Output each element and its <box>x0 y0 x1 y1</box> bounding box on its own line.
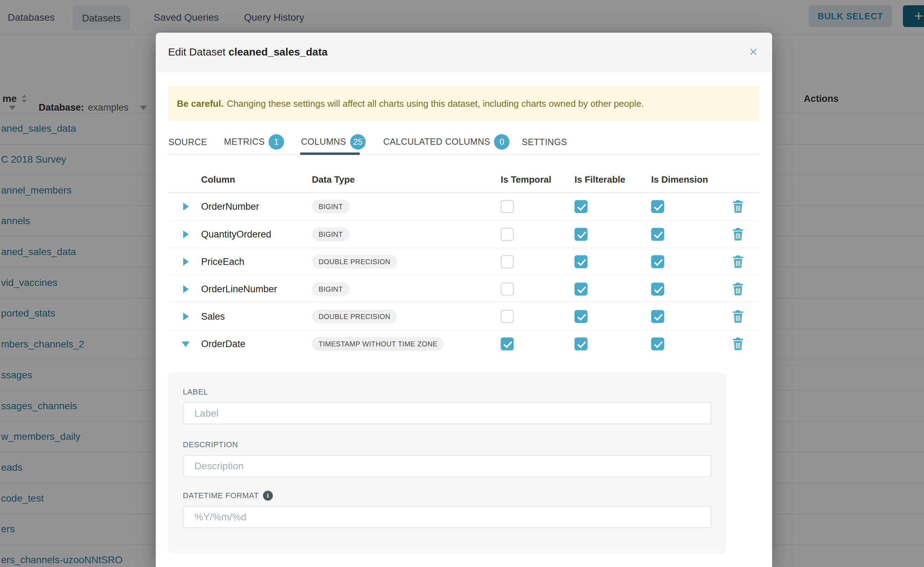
active-tab-underline <box>300 153 360 155</box>
modal-title-dataset-name: cleaned_sales_data <box>229 46 328 58</box>
tab-calculated-columns[interactable]: CALCULATED COLUMNS 0 <box>383 134 509 150</box>
is-temporal-checkbox[interactable] <box>501 228 514 241</box>
delete-column-icon[interactable] <box>732 228 743 241</box>
is-temporal-checkbox[interactable] <box>501 255 514 268</box>
expand-caret-icon[interactable] <box>181 256 192 267</box>
tab-metrics[interactable]: METRICS 1 <box>224 134 284 150</box>
is-temporal-checkbox[interactable] <box>501 310 514 323</box>
is-dimension-checkbox[interactable] <box>651 255 664 268</box>
label-field-label-text: LABEL <box>183 387 208 397</box>
is-filterable-checkbox[interactable] <box>575 228 587 241</box>
column-row: PriceEach DOUBLE PRECISION <box>169 248 759 275</box>
tab-settings[interactable]: SETTINGS <box>522 136 567 147</box>
is-dimension-checkbox[interactable] <box>651 310 664 323</box>
column-name: QuantityOrdered <box>201 229 271 240</box>
datetime-format-input[interactable] <box>183 506 712 528</box>
edit-dataset-modal: Edit Dataset cleaned_sales_data ✕ Be car… <box>156 33 772 567</box>
datetime-format-field-label: DATETIME FORMAT i <box>183 492 712 500</box>
data-type-pill: BIGINT <box>312 282 349 296</box>
column-name: OrderNumber <box>201 201 259 212</box>
is-dimension-checkbox[interactable] <box>651 228 664 241</box>
calculated-columns-count-badge: 0 <box>494 134 509 150</box>
label-field-label: LABEL <box>183 388 712 396</box>
warning-banner-bold: Be careful. <box>177 98 224 109</box>
is-filterable-header: Is Filterable <box>575 174 626 185</box>
tab-columns[interactable]: COLUMNS 25 <box>301 134 366 150</box>
is-temporal-checkbox[interactable] <box>501 282 514 296</box>
tab-metrics-label: METRICS <box>224 136 265 147</box>
is-temporal-checkbox[interactable] <box>501 200 514 213</box>
modal-title: Edit Dataset cleaned_sales_data <box>168 46 328 58</box>
close-icon[interactable]: ✕ <box>749 46 758 58</box>
columns-count-badge: 25 <box>350 134 366 150</box>
is-filterable-checkbox[interactable] <box>575 282 587 296</box>
column-header: Column <box>201 174 235 185</box>
is-filterable-checkbox[interactable] <box>575 337 587 350</box>
is-temporal-header: Is Temporal <box>501 174 551 185</box>
data-type-pill: BIGINT <box>312 200 349 214</box>
modal-title-prefix: Edit Dataset <box>168 46 226 58</box>
column-name: OrderDate <box>201 338 245 349</box>
info-icon[interactable]: i <box>263 491 273 501</box>
column-row: Sales DOUBLE PRECISION <box>169 303 759 330</box>
tab-calculated-columns-label: CALCULATED COLUMNS <box>383 136 490 147</box>
is-dimension-checkbox[interactable] <box>651 200 664 213</box>
data-type-pill: DOUBLE PRECISION <box>312 255 397 268</box>
expand-caret-icon[interactable] <box>181 229 192 240</box>
delete-column-icon[interactable] <box>732 200 743 213</box>
is-filterable-checkbox[interactable] <box>575 255 587 268</box>
delete-column-icon[interactable] <box>732 283 743 296</box>
metrics-count-badge: 1 <box>269 134 284 150</box>
column-row: QuantityOrdered BIGINT <box>169 220 759 248</box>
delete-column-icon[interactable] <box>732 310 743 323</box>
datetime-format-label-text: DATETIME FORMAT <box>183 491 259 500</box>
warning-banner: Be careful. Changing these settings will… <box>169 86 759 121</box>
tab-settings-label: SETTINGS <box>522 136 567 147</box>
label-input[interactable] <box>183 402 712 424</box>
tab-bar: SOURCE METRICS 1 COLUMNS 25 CALCULATED C… <box>169 129 759 155</box>
delete-column-icon[interactable] <box>732 255 743 268</box>
data-type-pill: BIGINT <box>312 227 349 241</box>
is-filterable-checkbox[interactable] <box>575 310 587 323</box>
description-field-label: DESCRIPTION <box>183 441 712 449</box>
column-row: OrderLineNumber BIGINT <box>169 275 759 303</box>
modal-body: Be careful. Changing these settings will… <box>156 86 772 553</box>
column-row: OrderNumber BIGINT <box>169 193 759 220</box>
delete-column-icon[interactable] <box>732 338 743 350</box>
column-name: PriceEach <box>201 256 244 267</box>
collapse-caret-icon[interactable] <box>181 339 192 349</box>
expand-caret-icon[interactable] <box>181 284 192 294</box>
is-dimension-checkbox[interactable] <box>651 337 664 350</box>
expand-caret-icon[interactable] <box>181 311 192 322</box>
expand-caret-icon[interactable] <box>181 201 192 212</box>
tab-source-label: SOURCE <box>169 136 207 147</box>
is-dimension-header: Is Dimension <box>651 174 708 185</box>
column-row-expanded: OrderDate TIMESTAMP WITHOUT TIME ZONE <box>169 330 759 357</box>
tab-columns-label: COLUMNS <box>301 136 346 147</box>
modal-header: Edit Dataset cleaned_sales_data ✕ <box>156 33 772 71</box>
data-type-pill: DOUBLE PRECISION <box>312 309 397 323</box>
warning-banner-text: Changing these settings will affect all … <box>227 98 644 109</box>
description-input[interactable] <box>183 455 712 477</box>
is-dimension-checkbox[interactable] <box>651 282 664 296</box>
tab-source[interactable]: SOURCE <box>169 136 207 147</box>
description-field-label-text: DESCRIPTION <box>183 440 238 449</box>
data-type-pill: TIMESTAMP WITHOUT TIME ZONE <box>312 337 444 351</box>
is-temporal-checkbox[interactable] <box>501 337 514 350</box>
column-editor-panel: LABEL DESCRIPTION DATETIME FORMAT i <box>169 372 726 553</box>
is-filterable-checkbox[interactable] <box>575 200 587 213</box>
data-type-header: Data Type <box>312 174 355 185</box>
column-name: Sales <box>201 311 225 322</box>
columns-table-header: Column Data Type Is Temporal Is Filterab… <box>169 155 759 193</box>
column-name: OrderLineNumber <box>201 284 277 294</box>
